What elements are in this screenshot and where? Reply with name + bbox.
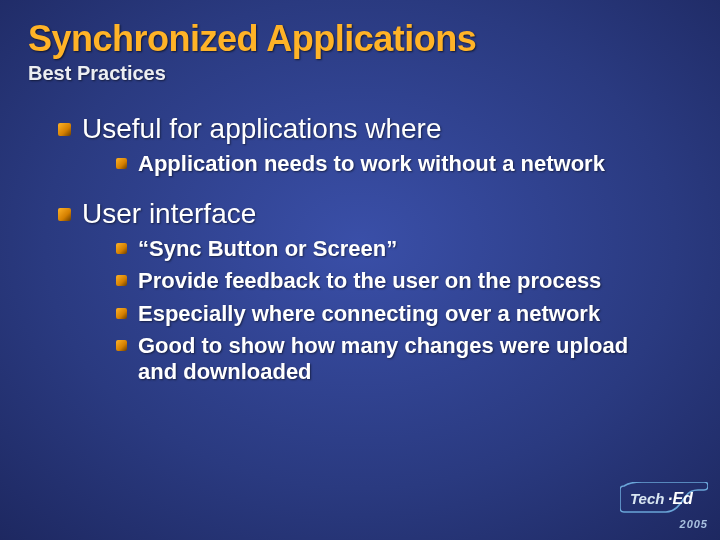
bullet-text: Useful for applications where xyxy=(82,113,442,144)
bullet-list-level2: “Sync Button or Screen” Provide feedback… xyxy=(82,230,692,392)
bullet-text: Application needs to work without a netw… xyxy=(138,151,605,176)
list-item: Useful for applications where Applicatio… xyxy=(58,113,692,198)
svg-text:Tech: Tech xyxy=(630,490,664,507)
bullet-list-level2: Application needs to work without a netw… xyxy=(82,145,692,183)
brand-year: 2005 xyxy=(620,518,708,530)
teched-logo-icon: Tech ·Ed xyxy=(620,482,708,516)
list-item: Provide feedback to the user on the proc… xyxy=(116,268,692,300)
bullet-text: “Sync Button or Screen” xyxy=(138,236,397,261)
list-item: Application needs to work without a netw… xyxy=(116,151,692,183)
brand-logo: Tech ·Ed 2005 xyxy=(620,482,708,530)
list-item: Especially where connecting over a netwo… xyxy=(116,301,692,333)
slide: Synchronized Applications Best Practices… xyxy=(0,0,720,540)
slide-subtitle: Best Practices xyxy=(28,62,692,85)
list-item: “Sync Button or Screen” xyxy=(116,236,692,268)
list-item: User interface “Sync Button or Screen” P… xyxy=(58,198,692,406)
list-item: Good to show how many changes were uploa… xyxy=(116,333,692,392)
bullet-text: User interface xyxy=(82,198,256,229)
svg-text:·Ed: ·Ed xyxy=(668,490,694,507)
bullet-text: Provide feedback to the user on the proc… xyxy=(138,268,601,293)
bullet-text: Good to show how many changes were uploa… xyxy=(138,333,628,384)
slide-title: Synchronized Applications xyxy=(28,18,692,60)
bullet-list-level1: Useful for applications where Applicatio… xyxy=(28,113,692,406)
bullet-text: Especially where connecting over a netwo… xyxy=(138,301,600,326)
